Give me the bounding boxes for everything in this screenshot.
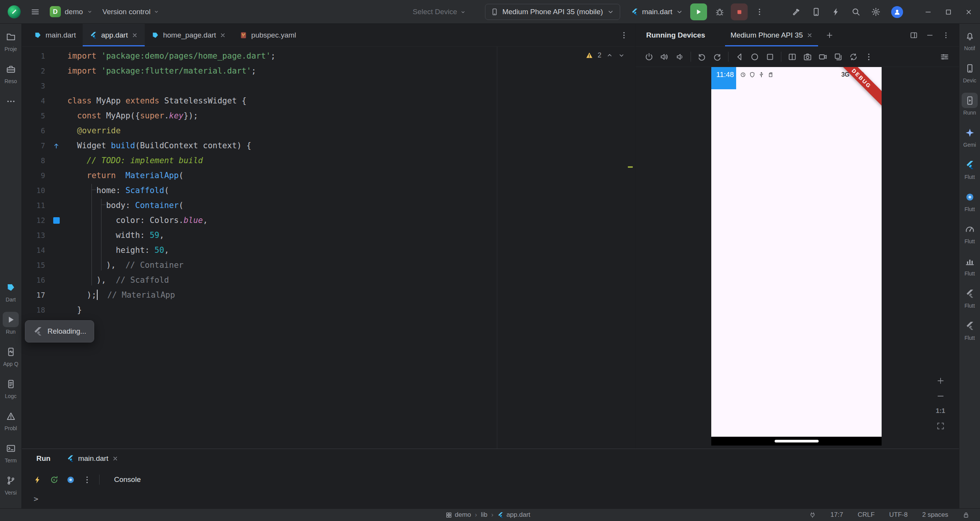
build-icon[interactable] xyxy=(792,7,801,16)
tool-button-app-quality-insights[interactable]: App Q xyxy=(0,341,21,373)
hide-panel-button[interactable] xyxy=(926,31,934,39)
device-manager-icon[interactable] xyxy=(812,7,821,16)
tool-button-more-tool-windows[interactable] xyxy=(0,90,21,123)
run-button[interactable] xyxy=(690,3,707,20)
profiler-icon[interactable] xyxy=(831,7,841,16)
emulator-home-icon[interactable] xyxy=(750,52,759,61)
status-analysis-plug[interactable] xyxy=(809,512,816,518)
tool-button-notifications[interactable]: Notif xyxy=(959,25,980,57)
problems-widget[interactable]: 2 xyxy=(586,51,625,59)
code-line[interactable]: 5 const MyApp({super.key}); xyxy=(22,108,635,123)
editor-tab-app-dart[interactable]: app.dart xyxy=(83,24,145,46)
close-tab-icon[interactable] xyxy=(220,32,226,38)
layout-button[interactable] xyxy=(910,31,918,39)
tool-button-flutter-profiler[interactable]: Flutt xyxy=(959,251,980,283)
editor-tab-pubspec-yaml[interactable]: pubspec.yaml xyxy=(233,24,303,46)
tool-button-gemini[interactable]: Gemi xyxy=(959,122,980,154)
zoom-in-button[interactable] xyxy=(936,377,945,385)
emulator-rotate-right-icon[interactable] xyxy=(713,52,722,61)
tool-button-flutter-inspector[interactable]: Flutt xyxy=(959,186,980,218)
run-config-dropdown[interactable]: main.dart xyxy=(631,8,683,16)
tool-button-running-devices[interactable]: Runn xyxy=(959,90,980,122)
tool-button-dart-analysis[interactable]: Dart xyxy=(0,277,21,309)
code-line[interactable]: 10 home: Scaffold( xyxy=(22,183,635,198)
breadcrumb-item-demo[interactable]: demo xyxy=(446,511,471,519)
emulator-volume-up-icon[interactable] xyxy=(660,52,669,61)
breadcrumb-item-lib[interactable]: lib xyxy=(481,511,487,519)
emulator-layers-icon[interactable] xyxy=(834,52,843,61)
color-preview-swatch[interactable] xyxy=(53,217,60,224)
avatar[interactable] xyxy=(891,6,903,18)
tool-button-problems[interactable]: Probl xyxy=(0,405,21,437)
emulator-power-icon[interactable] xyxy=(645,52,653,61)
close-icon[interactable] xyxy=(807,32,813,38)
tab-list-menu-button[interactable] xyxy=(620,31,628,39)
code-line[interactable]: 8 // TODO: implement build xyxy=(22,153,635,168)
search-icon[interactable] xyxy=(851,7,861,16)
status-caret-position[interactable]: 17:7 xyxy=(830,511,843,519)
code-line[interactable]: 16 ), // Scaffold xyxy=(22,273,635,288)
fit-screen-button[interactable] xyxy=(936,422,945,430)
close-button[interactable] xyxy=(965,8,972,16)
minimize-button[interactable] xyxy=(924,8,932,16)
status-indent[interactable]: 2 spaces xyxy=(922,511,948,519)
code-line[interactable]: 11 body: Container( xyxy=(22,198,635,213)
tool-button-device-manager[interactable]: Devic xyxy=(959,57,980,90)
editor-tab-home-page-dart[interactable]: home_page.dart xyxy=(145,24,233,46)
close-tab-icon[interactable] xyxy=(132,32,138,38)
emulator-overview-icon[interactable] xyxy=(766,52,774,61)
status-encoding[interactable]: UTF-8 xyxy=(889,511,908,519)
tool-button-flutter-outline[interactable]: Flutt xyxy=(959,283,980,315)
override-gutter-icon[interactable] xyxy=(52,142,60,150)
next-problem-button[interactable] xyxy=(618,52,625,59)
tool-button-flutter-tool-2[interactable]: Flutt xyxy=(959,315,980,347)
emulator-fold-icon[interactable] xyxy=(788,52,797,61)
code-editor[interactable]: 1import 'package:demo/pages/home_page.da… xyxy=(22,47,635,449)
code-line[interactable]: 7 Widget build(BuildContext context) { xyxy=(22,138,635,153)
add-device-tab-button[interactable] xyxy=(826,31,833,39)
emulator-settings-icon[interactable] xyxy=(940,52,949,61)
emulator-rotate-left-icon[interactable] xyxy=(697,52,706,61)
code-line[interactable]: 14 height: 50, xyxy=(22,243,635,258)
status-read-lock[interactable] xyxy=(963,512,969,518)
tool-button-resource-manager[interactable]: Reso xyxy=(0,58,21,90)
device-tab[interactable]: Medium Phone API 35 xyxy=(725,24,818,46)
code-line[interactable]: 2import 'package:flutter/material.dart'; xyxy=(22,64,635,79)
more-run-actions-icon[interactable] xyxy=(755,8,764,16)
emulator-video-icon[interactable] xyxy=(818,52,827,61)
tool-button-version-control[interactable]: Versi xyxy=(0,470,21,502)
code-line[interactable]: 12 color: Colors.blue, xyxy=(22,213,635,228)
debug-button[interactable] xyxy=(715,7,725,17)
settings-gear-icon[interactable] xyxy=(871,7,880,16)
close-icon[interactable] xyxy=(112,455,118,462)
zoom-reset-button[interactable]: 1:1 xyxy=(936,407,945,415)
code-line[interactable]: 3 xyxy=(22,79,635,93)
code-line[interactable]: 19} xyxy=(22,318,635,333)
devtools-icon[interactable] xyxy=(66,475,75,484)
tool-button-terminal[interactable]: Term xyxy=(0,437,21,470)
code-line[interactable]: 1import 'package:demo/pages/home_page.da… xyxy=(22,49,635,64)
code-line[interactable]: 4class MyApp extends StatelessWidget { xyxy=(22,93,635,108)
code-line[interactable]: 13 width: 59, xyxy=(22,228,635,243)
version-control-menu[interactable]: Version control xyxy=(103,8,160,16)
stop-button[interactable] xyxy=(731,3,748,20)
hot-restart-icon[interactable] xyxy=(50,475,59,484)
code-line[interactable]: 9 return MaterialApp( xyxy=(22,168,635,183)
run-tab[interactable]: main.dart xyxy=(67,454,118,463)
more-vertical-icon[interactable] xyxy=(83,475,91,484)
console-output[interactable]: > xyxy=(22,491,959,508)
emulator-camera-icon[interactable] xyxy=(803,52,812,61)
code-line[interactable]: 18 } xyxy=(22,303,635,318)
tool-button-run[interactable]: Run xyxy=(0,309,21,341)
maximize-button[interactable] xyxy=(945,8,952,16)
prev-problem-button[interactable] xyxy=(606,52,613,59)
project-selector[interactable]: D demo xyxy=(50,6,93,17)
tool-button-flutter-tool-1[interactable]: Flutt xyxy=(959,154,980,186)
emulator-more-vertical-icon[interactable] xyxy=(864,52,873,61)
panel-more-button[interactable] xyxy=(942,31,950,39)
code-line[interactable]: 15 ), // Container xyxy=(22,258,635,273)
phone-screen[interactable]: 11:48 3G DEBUG xyxy=(711,67,882,446)
device-selector-dropdown[interactable]: Medium Phone API 35 (mobile) xyxy=(485,4,620,20)
select-device-dropdown[interactable]: Select Device xyxy=(413,8,466,16)
code-line[interactable]: 6 @override xyxy=(22,123,635,138)
